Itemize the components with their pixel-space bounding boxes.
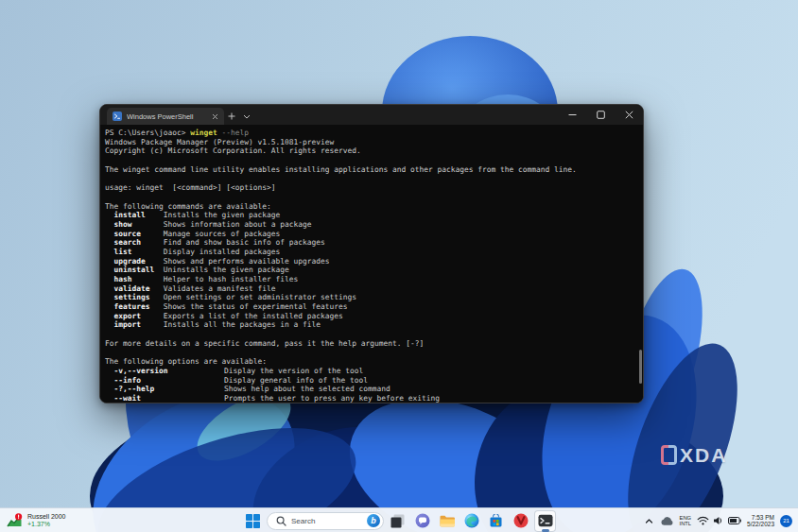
option-name: --wait xyxy=(114,394,224,403)
command-description: Validates a manifest file xyxy=(164,284,276,293)
xda-watermark: XDA xyxy=(661,445,727,465)
option-description: Prompts the user to press any key before… xyxy=(224,394,440,403)
option-description: Display general info of the tool xyxy=(224,376,368,385)
terminal-line: usage: winget [<command>] [<options>] xyxy=(105,183,643,193)
tray-chevron-up-icon[interactable] xyxy=(644,516,654,526)
file-explorer-button[interactable] xyxy=(436,510,458,532)
prompt-command: winget xyxy=(190,129,217,137)
terminal-blank-line xyxy=(105,174,643,183)
command-name: validate xyxy=(114,284,164,294)
command-name: show xyxy=(114,220,164,230)
option-row: -?,--helpShows help about the selected c… xyxy=(105,385,643,394)
command-row: uninstallUninstalls the given package xyxy=(105,266,643,275)
command-description: Open settings or set administrator setti… xyxy=(164,293,356,301)
option-row: -v,--versionDisplay the version of the t… xyxy=(105,367,643,376)
terminal-line: The following commands are available: xyxy=(105,202,643,212)
task-view-icon xyxy=(390,514,405,528)
maximize-button[interactable] xyxy=(586,105,615,125)
terminal-icon xyxy=(538,513,553,528)
option-row: --infoDisplay general info of the tool xyxy=(105,376,643,386)
task-view-button[interactable] xyxy=(387,510,408,532)
chat-button[interactable] xyxy=(411,510,433,532)
system-tray: ENG INTL 7:53 PM 5/22/2023 21 xyxy=(644,508,792,532)
widgets-button[interactable]: Russell 2000 +1.37% xyxy=(7,508,65,532)
command-row: showShows information about a package xyxy=(105,220,643,230)
window-controls xyxy=(558,105,643,125)
terminal-prompt-line: PS C:\Users\joaoc> winget --help xyxy=(105,129,643,138)
tray-date: 5/22/2023 xyxy=(747,521,774,528)
terminal-blank-line xyxy=(105,193,643,202)
command-description: Display installed packages xyxy=(164,248,281,256)
command-name: hash xyxy=(114,275,164,284)
microsoft-store-button[interactable] xyxy=(485,510,507,532)
speaker-icon xyxy=(713,516,724,525)
powershell-icon xyxy=(113,112,122,121)
tab-dropdown-button[interactable] xyxy=(239,108,254,125)
command-row: exportExports a list of the installed pa… xyxy=(105,312,643,321)
stock-change: +1.37% xyxy=(27,521,65,528)
minimize-button[interactable] xyxy=(558,105,586,125)
command-name: import xyxy=(114,320,164,330)
terminal-output[interactable]: PS C:\Users\joaoc> winget --help Windows… xyxy=(100,125,643,403)
command-description: Exports a list of the installed packages xyxy=(164,312,343,320)
bing-icon[interactable]: b xyxy=(367,514,380,527)
command-row: hashHelper to hash installer files xyxy=(105,275,643,284)
terminal-blank-line xyxy=(105,330,643,339)
command-description: Installs the given package xyxy=(164,211,281,219)
terminal-blank-line xyxy=(105,156,643,165)
command-row: importInstalls all the packages in a fil… xyxy=(105,320,643,330)
command-row: settingsOpen settings or set administrat… xyxy=(105,293,643,302)
terminal-window[interactable]: Windows PowerShell PS C:\Users\joaoc> wi… xyxy=(99,104,644,403)
terminal-line: The winget command line utility enables … xyxy=(105,165,643,175)
command-description: Shows and performs available upgrades xyxy=(164,257,330,266)
start-button[interactable] xyxy=(242,510,264,532)
store-icon xyxy=(489,514,503,528)
terminal-line: Copyright (c) Microsoft Corporation. All… xyxy=(105,146,643,156)
tab-close-icon[interactable] xyxy=(212,113,218,120)
vivaldi-icon xyxy=(513,513,529,528)
vivaldi-browser-button[interactable] xyxy=(510,510,531,532)
command-description: Manage sources of packages xyxy=(164,230,281,238)
command-name: install xyxy=(114,211,164,220)
command-description: Installs all the packages in a file xyxy=(164,320,321,329)
option-name: --info xyxy=(114,376,224,386)
terminal-blank-line xyxy=(105,349,643,358)
command-row: upgradeShows and performs available upgr… xyxy=(105,257,643,266)
terminal-scrollbar[interactable] xyxy=(639,350,642,384)
onedrive-cloud-icon[interactable] xyxy=(660,516,674,526)
command-name: upgrade xyxy=(114,257,164,266)
option-row: --waitPrompts the user to press any key … xyxy=(105,394,643,403)
command-row: installInstalls the given package xyxy=(105,211,643,220)
battery-icon xyxy=(728,517,741,524)
tab-title: Windows PowerShell xyxy=(127,112,207,121)
option-name: -v,--version xyxy=(114,367,224,376)
quick-settings[interactable] xyxy=(697,516,741,525)
terminal-line: The following options are available: xyxy=(105,357,643,367)
tab-windows-powershell[interactable]: Windows PowerShell xyxy=(107,108,224,125)
stock-chart-icon xyxy=(7,513,23,528)
clock[interactable]: 7:53 PM 5/22/2023 xyxy=(747,514,774,528)
search-box[interactable]: Search b xyxy=(267,512,384,530)
xda-bracket-right-icon xyxy=(668,445,677,465)
command-name: features xyxy=(114,302,164,312)
edge-icon xyxy=(464,513,479,528)
search-placeholder: Search xyxy=(291,517,362,525)
edge-browser-button[interactable] xyxy=(460,510,482,532)
terminal-line: For more details on a specific command, … xyxy=(105,339,643,349)
taskbar-center: Search b xyxy=(242,508,556,532)
close-button[interactable] xyxy=(615,105,643,125)
command-row: featuresShows the status of experimental… xyxy=(105,302,643,312)
terminal-taskbar-button[interactable] xyxy=(534,510,556,532)
new-tab-button[interactable] xyxy=(224,108,239,125)
option-name: -?,--help xyxy=(114,385,224,394)
wifi-icon xyxy=(697,516,709,525)
xda-watermark-text: XDA xyxy=(680,445,727,465)
command-description: Shows information about a package xyxy=(164,220,312,229)
notification-badge[interactable]: 21 xyxy=(780,515,792,527)
terminal-titlebar[interactable]: Windows PowerShell xyxy=(100,105,643,125)
language-indicator[interactable]: ENG INTL xyxy=(680,515,692,526)
search-icon xyxy=(276,516,286,526)
language-bottom: INTL xyxy=(680,521,692,526)
command-description: Shows the status of experimental feature… xyxy=(164,302,348,311)
command-name: settings xyxy=(114,293,164,302)
